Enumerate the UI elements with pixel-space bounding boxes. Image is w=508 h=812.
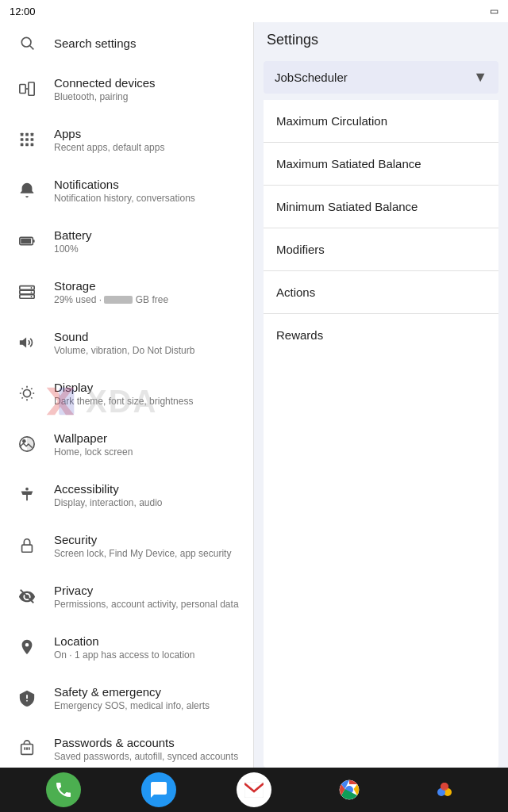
svg-line-31 [21,397,22,398]
nav-phone[interactable] [46,772,81,807]
sidebar-battery-subtitle: 100% [54,243,241,255]
apps-icon [13,125,41,154]
location-icon [13,633,41,661]
status-bar: 12:00 ▭ [0,0,508,22]
passwords-icon [13,734,41,763]
sidebar-safety-title: Safety & emergency [54,685,241,699]
svg-rect-10 [31,138,34,141]
storage-icon [13,278,41,306]
sidebar-security-title: Security [54,533,241,546]
sidebar-display-subtitle: Dark theme, font size, brightness [54,396,241,407]
safety-icon [13,684,41,712]
sidebar-item-security[interactable]: Security Screen lock, Find My Device, ap… [0,520,253,571]
svg-line-30 [31,397,32,398]
list-item-modifiers[interactable]: Modifiers [264,228,498,271]
svg-marker-23 [20,338,26,348]
svg-rect-6 [25,133,29,136]
svg-rect-36 [22,545,33,552]
search-icon [13,29,41,57]
sidebar-access-subtitle: Display, interaction, audio [54,497,241,508]
sidebar-wallpaper-subtitle: Home, lock screen [54,446,241,458]
sidebar-item-notifications[interactable]: Notifications Notification history, conv… [0,165,253,216]
sidebar-notif-subtitle: Notification history, conversations [54,193,241,204]
svg-rect-9 [25,138,29,141]
sidebar-connected-subtitle: Bluetooth, pairing [54,91,241,102]
sidebar-apps-title: Apps [54,127,241,140]
svg-rect-3 [29,82,34,96]
sidebar-apps-subtitle: Recent apps, default apps [54,142,241,153]
sidebar-access-title: Accessibility [54,482,241,496]
security-icon [13,531,41,560]
right-panel-title: Settings [254,22,508,58]
list-item-actions[interactable]: Actions [264,271,498,314]
sidebar-item-privacy[interactable]: Privacy Permissions, account activity, p… [0,571,253,622]
sidebar-item-search-settings[interactable]: Search settings [0,22,253,63]
sidebar-item-storage[interactable]: Storage 29% used · GB free [0,266,253,317]
sidebar-notif-title: Notifications [54,178,241,191]
notifications-icon [13,176,41,205]
list-item-min-satiated[interactable]: Minimum Satiated Balance [264,186,498,228]
list-item-max-circulation[interactable]: Maximum Circulation [264,100,498,143]
svg-rect-11 [21,144,24,147]
svg-rect-7 [31,133,34,136]
sidebar-storage-title: Storage [54,279,241,293]
sidebar-safety-subtitle: Emergency SOS, medical info, alerts [54,700,241,711]
dropdown-label: JobScheduler [275,71,473,84]
sidebar-item-wallpaper[interactable]: Wallpaper Home, lock screen [0,419,253,469]
svg-line-32 [31,388,32,389]
svg-rect-12 [25,144,29,147]
sidebar-item-connected-devices[interactable]: Connected devices Bluetooth, pairing [0,63,253,114]
svg-point-53 [441,783,448,791]
sidebar-storage-subtitle: 29% used · GB free [54,294,241,305]
sidebar-display-title: Display [54,381,241,394]
sidebar-item-location[interactable]: Location On · 1 app has access to locati… [0,622,253,672]
job-scheduler-dropdown[interactable]: JobScheduler ▼ [264,61,498,94]
sidebar-wallpaper-title: Wallpaper [54,431,241,445]
sidebar: Search settings Connected devices Blueto… [0,22,254,768]
svg-rect-43 [29,747,30,750]
nav-chrome[interactable] [332,772,367,807]
svg-rect-5 [21,133,24,136]
svg-rect-41 [24,747,25,750]
sidebar-passwords-subtitle: Saved passwords, autofill, synced accoun… [54,751,241,762]
right-panel: Settings JobScheduler ▼ Maximum Circulat… [254,22,508,768]
privacy-icon [13,582,41,611]
svg-rect-13 [31,144,34,147]
sidebar-privacy-subtitle: Permissions, account activity, personal … [54,599,241,610]
list-item-max-satiated[interactable]: Maximum Satiated Balance [264,143,498,186]
nav-gmail[interactable] [237,772,271,807]
sidebar-item-safety[interactable]: Safety & emergency Emergency SOS, medica… [0,672,253,723]
svg-point-22 [31,296,33,297]
svg-rect-16 [21,239,31,243]
svg-point-34 [22,439,26,443]
svg-point-21 [31,292,33,293]
sidebar-item-sound[interactable]: Sound Volume, vibration, Do Not Disturb [0,317,253,368]
list-item-rewards[interactable]: Rewards [264,314,498,356]
status-icons: ▭ [490,6,498,17]
sidebar-item-display[interactable]: Display Dark theme, font size, brightnes… [0,368,253,419]
sidebar-passwords-title: Passwords & accounts [54,736,241,749]
nav-bar [0,768,508,812]
sidebar-item-apps[interactable]: Apps Recent apps, default apps [0,114,253,165]
connected-devices-icon [13,75,41,103]
svg-rect-8 [21,138,24,141]
svg-line-29 [21,388,22,389]
svg-rect-2 [20,85,25,94]
svg-rect-15 [33,239,34,243]
main-layout: Search settings Connected devices Blueto… [0,22,508,768]
sidebar-item-passwords[interactable]: Passwords & accounts Saved passwords, au… [0,723,253,768]
sidebar-location-title: Location [54,634,241,648]
sidebar-sound-subtitle: Volume, vibration, Do Not Disturb [54,345,241,356]
sidebar-item-battery[interactable]: Battery 100% [0,216,253,266]
sidebar-location-subtitle: On · 1 app has access to location [54,649,241,661]
nav-messages[interactable] [141,772,176,807]
sound-icon [13,328,41,357]
svg-line-1 [30,46,34,50]
display-icon [13,379,41,408]
accessibility-icon [13,481,41,509]
status-time: 12:00 [10,6,36,17]
sidebar-security-subtitle: Screen lock, Find My Device, app securit… [54,548,241,559]
sidebar-item-accessibility[interactable]: Accessibility Display, interaction, audi… [0,469,253,520]
nav-photos[interactable] [427,772,462,807]
svg-rect-47 [244,782,264,798]
